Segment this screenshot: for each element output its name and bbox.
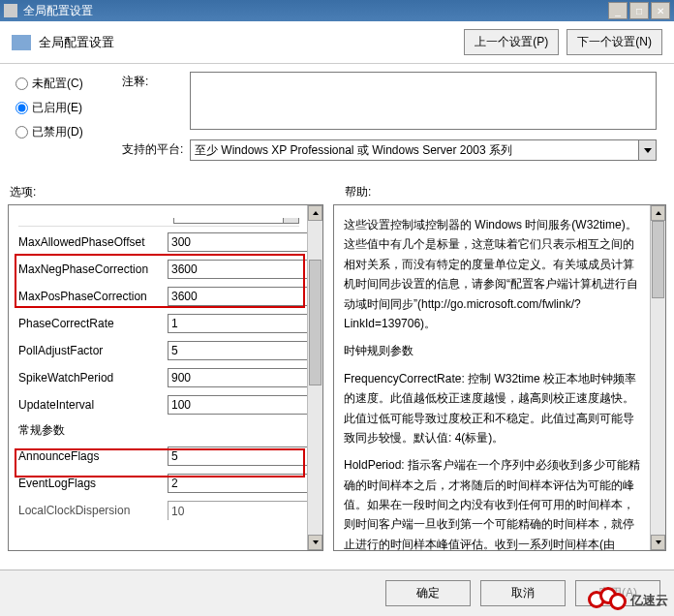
param-row-MaxAllowedPhaseOffset: MaxAllowedPhaseOffset xyxy=(18,232,299,252)
radio-disabled-label: 已禁用(D) xyxy=(32,124,83,140)
radio-enabled-input[interactable] xyxy=(15,102,28,114)
radio-disabled[interactable]: 已禁用(D) xyxy=(15,124,122,140)
config-section: 未配置(C) 已启用(E) 已禁用(D) 注释: 支持的平台: 至少 Windo… xyxy=(0,64,674,180)
param-spinner-MaxNegPhaseCorrection[interactable] xyxy=(168,260,293,279)
param-spinner-MaxPosPhaseCorrection[interactable] xyxy=(168,287,293,306)
param-input-MaxPosPhaseCorrection[interactable] xyxy=(168,287,321,306)
param-spinner-PhaseCorrectRate[interactable] xyxy=(168,314,293,333)
param-label-PhaseCorrectRate: PhaseCorrectRate xyxy=(18,317,168,330)
radio-unconfigured-input[interactable] xyxy=(15,77,28,90)
options-scrollbar[interactable] xyxy=(307,205,322,550)
comment-textarea[interactable] xyxy=(190,72,657,130)
watermark: 亿速云 xyxy=(588,589,668,612)
help-h-clock: 时钟规则参数 xyxy=(344,341,642,360)
platform-value: 至少 Windows XP Professional 或 Windows Ser… xyxy=(191,140,638,160)
param-label-EventLogFlags: EventLogFlags xyxy=(18,477,168,490)
help-header: 帮助: xyxy=(329,184,674,200)
state-radios: 未配置(C) 已启用(E) 已禁用(D) xyxy=(15,72,122,170)
radio-unconfigured-label: 未配置(C) xyxy=(32,76,83,92)
param-spinner-UpdateInterval[interactable] xyxy=(168,395,293,415)
param-spinner-SpikeWatchPeriod[interactable] xyxy=(168,368,293,387)
param-spinner-AnnounceFlags[interactable] xyxy=(168,447,293,466)
param-input-EventLogFlags[interactable] xyxy=(168,474,321,493)
options-header: 选项: xyxy=(10,184,329,200)
header-row: 全局配置设置 上一个设置(P) 下一个设置(N) xyxy=(0,21,674,64)
page-subtitle: 全局配置设置 xyxy=(39,34,464,51)
param-input-MaxAllowedPhaseOffset[interactable] xyxy=(168,232,321,252)
param-label-MaxNegPhaseCorrection: MaxNegPhaseCorrection xyxy=(18,262,168,276)
param-label-MaxAllowedPhaseOffset: MaxAllowedPhaseOffset xyxy=(18,235,168,249)
window-title: 全局配置设置 xyxy=(23,3,606,19)
chevron-up-icon xyxy=(313,211,319,215)
cancel-button[interactable]: 取消 xyxy=(480,580,566,606)
scroll-up-button[interactable] xyxy=(308,205,322,221)
param-label-MaxPosPhaseCorrection: MaxPosPhaseCorrection xyxy=(18,290,168,303)
param-row-MaxNegPhaseCorrection: MaxNegPhaseCorrection xyxy=(18,260,299,279)
platform-label: 支持的平台: xyxy=(122,139,190,161)
param-row-PhaseCorrectRate: PhaseCorrectRate xyxy=(18,314,299,333)
prev-setting-button[interactable]: 上一个设置(P) xyxy=(464,29,559,55)
help-p3: HoldPeriod: 指示客户端在一个序列中必须收到多少可能精确的时间样本之后… xyxy=(344,455,642,550)
panes: MaxAllowedPhaseOffset MaxNegPhaseCorrect… xyxy=(0,204,674,551)
chevron-down-icon xyxy=(656,540,661,544)
scroll-up-button[interactable] xyxy=(651,205,665,221)
comment-label: 注释: xyxy=(122,72,190,130)
chevron-up-icon xyxy=(656,211,661,215)
ok-button[interactable]: 确定 xyxy=(385,580,471,606)
param-spinner-EventLogFlags[interactable] xyxy=(168,474,293,493)
param-cutoff-label: LocalClockDispersion xyxy=(18,504,168,517)
radio-unconfigured[interactable]: 未配置(C) xyxy=(15,76,122,92)
param-row-PollAdjustFactor: PollAdjustFactor xyxy=(18,341,299,360)
param-input-MaxNegPhaseCorrection[interactable] xyxy=(168,260,321,279)
help-p2: FrequencyCorrectRate: 控制 W32time 校正本地时钟频… xyxy=(344,369,642,448)
radio-disabled-input[interactable] xyxy=(15,126,28,139)
scroll-down-button[interactable] xyxy=(651,535,665,550)
cutoff-top xyxy=(18,215,299,227)
scroll-down-button[interactable] xyxy=(308,535,322,550)
param-label-PollAdjustFactor: PollAdjustFactor xyxy=(18,344,168,357)
help-pane: 这些设置控制域控制器的 Windows 时间服务(W32time)。这些值中有几… xyxy=(333,204,666,551)
param-label-UpdateInterval: UpdateInterval xyxy=(18,398,168,412)
param-cutoff-input[interactable] xyxy=(168,501,321,520)
close-button[interactable]: ✕ xyxy=(651,2,670,19)
param-row-UpdateInterval: UpdateInterval xyxy=(18,395,299,415)
watermark-text: 亿速云 xyxy=(630,592,668,609)
settings-icon xyxy=(12,35,31,50)
titlebar: 全局配置设置 _ □ ✕ xyxy=(0,0,674,21)
param-spinner-MaxAllowedPhaseOffset[interactable] xyxy=(168,232,293,252)
maximize-button[interactable]: □ xyxy=(629,2,649,19)
minimize-button[interactable]: _ xyxy=(608,2,628,19)
app-icon xyxy=(4,4,17,17)
watermark-logo-icon xyxy=(588,589,627,612)
platform-dropdown[interactable]: 至少 Windows XP Professional 或 Windows Ser… xyxy=(190,139,657,161)
general-section-label: 常规参数 xyxy=(18,422,299,439)
next-setting-button[interactable]: 下一个设置(N) xyxy=(567,29,662,55)
param-row-AnnounceFlags: AnnounceFlags xyxy=(18,447,299,466)
param-label-AnnounceFlags: AnnounceFlags xyxy=(18,449,168,463)
param-row-SpikeWatchPeriod: SpikeWatchPeriod xyxy=(18,368,299,387)
param-label-SpikeWatchPeriod: SpikeWatchPeriod xyxy=(18,371,168,385)
platform-dropdown-button[interactable] xyxy=(638,140,656,160)
footer: 确定 取消 应用(A) xyxy=(0,570,674,616)
chevron-down-icon xyxy=(644,148,652,153)
help-p1: 这些设置控制域控制器的 Windows 时间服务(W32time)。这些值中有几… xyxy=(344,215,642,333)
param-input-PhaseCorrectRate[interactable] xyxy=(168,314,321,333)
param-input-PollAdjustFactor[interactable] xyxy=(168,341,321,360)
param-row-MaxPosPhaseCorrection: MaxPosPhaseCorrection xyxy=(18,287,299,306)
options-pane: MaxAllowedPhaseOffset MaxNegPhaseCorrect… xyxy=(8,204,323,551)
radio-enabled-label: 已启用(E) xyxy=(32,100,82,116)
scroll-thumb[interactable] xyxy=(652,221,664,298)
column-headers: 选项: 帮助: xyxy=(0,180,674,204)
param-row-EventLogFlags: EventLogFlags xyxy=(18,474,299,493)
param-input-SpikeWatchPeriod[interactable] xyxy=(168,368,321,387)
radio-enabled[interactable]: 已启用(E) xyxy=(15,100,122,116)
scroll-thumb[interactable] xyxy=(309,260,322,385)
param-input-UpdateInterval[interactable] xyxy=(168,395,321,415)
param-spinner-PollAdjustFactor[interactable] xyxy=(168,341,293,360)
chevron-down-icon xyxy=(313,540,319,544)
help-scrollbar[interactable] xyxy=(650,205,665,550)
param-input-AnnounceFlags[interactable] xyxy=(168,447,321,466)
